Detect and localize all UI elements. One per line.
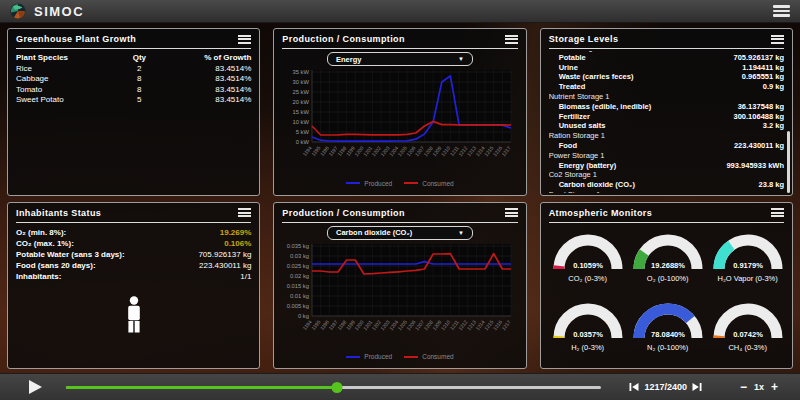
table-cell: Tomato bbox=[16, 85, 113, 96]
gauge-value: 0.1059% bbox=[573, 261, 603, 270]
svg-text:0.01 kg: 0.01 kg bbox=[289, 293, 308, 299]
gauge-grid: 0.1059%CO₂ (0-3%)19.2688%O₂ (0-100%)0.91… bbox=[549, 225, 784, 367]
panel-menu-icon[interactable] bbox=[505, 208, 518, 217]
legend-item: Produced bbox=[346, 180, 392, 187]
gauge-arc: 19.2688% bbox=[631, 229, 705, 273]
storage-group-header: Power Storage 1 bbox=[549, 151, 784, 161]
table-row: Cabbage883.4514% bbox=[16, 74, 251, 85]
storage-group-header: Co2 Storage 1 bbox=[549, 170, 784, 180]
panel-menu-icon[interactable] bbox=[505, 35, 518, 44]
gauge-ch₄: 0.0742%CH₄ (0-3%) bbox=[711, 298, 785, 366]
panel-menu-icon[interactable] bbox=[238, 208, 251, 217]
storage-list[interactable]: Water Storage 1Potable705.926137 kgUrine… bbox=[549, 51, 784, 193]
gauge-h₂o: 0.9179%H₂O Vapor (0-3%) bbox=[711, 229, 785, 297]
svg-text:15 kW: 15 kW bbox=[292, 109, 309, 115]
play-button[interactable] bbox=[26, 379, 44, 395]
svg-text:0.025 kg: 0.025 kg bbox=[286, 263, 308, 269]
x-axis-label: 1217 bbox=[500, 318, 512, 331]
panel-menu-icon[interactable] bbox=[238, 35, 251, 44]
gauge-arc: 78.0840% bbox=[631, 298, 705, 342]
status-row: Potable Water (sans 3 days):705.926137 k… bbox=[16, 249, 251, 260]
svg-text:0.015 kg: 0.015 kg bbox=[286, 283, 308, 289]
gauge-label: O₂ (0-100%) bbox=[647, 274, 689, 283]
panel-title: Atmospheric Monitors bbox=[549, 208, 653, 218]
legend-label: Produced bbox=[364, 180, 392, 187]
gauge-label: CO₂ (0-3%) bbox=[568, 274, 607, 283]
legend-swatch bbox=[346, 356, 360, 358]
table-cell: 83.4514% bbox=[165, 64, 251, 75]
step-counter: 1217/2400 bbox=[644, 382, 687, 392]
storage-item-row: Fertilizer300.106488 kg bbox=[549, 112, 784, 122]
gauge-arc: 0.1059% bbox=[551, 229, 625, 273]
dropdown-selected-value: Carbon dioxide (CO₂) bbox=[336, 228, 458, 237]
skip-to-end-button[interactable] bbox=[692, 382, 702, 392]
panel-greenhouse-plant-growth: Greenhouse Plant Growth Plant SpeciesQty… bbox=[7, 28, 260, 196]
speed-decrease-button[interactable]: − bbox=[740, 382, 747, 392]
storage-item-row: Urine1.194411 kg bbox=[549, 63, 784, 73]
legend-label: Consumed bbox=[422, 180, 453, 187]
legend-item: Consumed bbox=[404, 353, 453, 360]
storage-item-name: Unused salts bbox=[549, 121, 606, 131]
storage-item-value: 300.106488 kg bbox=[734, 112, 784, 122]
storage-item-name: Urine bbox=[549, 63, 578, 73]
table-cell: 2 bbox=[113, 64, 165, 75]
table-row: Rice283.4514% bbox=[16, 64, 251, 75]
gauge-label: CH₄ (0-3%) bbox=[728, 343, 766, 352]
speed-increase-button[interactable]: + bbox=[771, 382, 778, 392]
storage-item-value: 705.926137 kg bbox=[734, 53, 784, 63]
storage-item-name: Waste (carries feces) bbox=[549, 72, 634, 82]
gauge-value: 78.0840% bbox=[651, 330, 685, 339]
storage-item-value: 23.8 kg bbox=[759, 180, 784, 190]
panel-menu-icon[interactable] bbox=[771, 208, 784, 217]
gauge-arc: 0.0742% bbox=[711, 298, 785, 342]
svg-text:0.005 kg: 0.005 kg bbox=[286, 303, 308, 309]
gauge-h₂: 0.0357%H₂ (0-3%) bbox=[551, 298, 625, 366]
svg-text:0 kg: 0 kg bbox=[298, 313, 309, 319]
panel-production-consumption-co2: Production / Consumption Carbon dioxide … bbox=[273, 202, 526, 370]
skip-to-start-button[interactable] bbox=[629, 382, 639, 392]
app-title: SIMOC bbox=[34, 4, 84, 19]
storage-item-value: 993.945933 kWh bbox=[726, 161, 784, 171]
svg-text:0.035 kg: 0.035 kg bbox=[286, 243, 308, 249]
legend-label: Consumed bbox=[422, 353, 453, 360]
status-row: O₂ (min. 8%):19.269% bbox=[16, 227, 251, 238]
table-cell: 83.4514% bbox=[165, 95, 251, 106]
chart-legend: ProducedConsumed bbox=[346, 178, 453, 188]
column-header: % of Growth bbox=[165, 53, 251, 64]
gauge-value: 0.9179% bbox=[733, 261, 763, 270]
chevron-down-icon: ▼ bbox=[458, 56, 464, 62]
slider-thumb[interactable] bbox=[332, 382, 343, 393]
plant-growth-table: Plant SpeciesQty% of GrowthRice283.4514%… bbox=[16, 53, 251, 106]
storage-item-name: Fertilizer bbox=[549, 112, 590, 122]
storage-group-header: Ration Storage 1 bbox=[549, 131, 784, 141]
panel-title: Storage Levels bbox=[549, 34, 619, 44]
energy-currency-dropdown[interactable]: Energy ▼ bbox=[327, 52, 473, 66]
gauge-value: 0.0357% bbox=[573, 330, 603, 339]
status-label: Food (sans 20 days): bbox=[16, 260, 96, 271]
gauge-n₂: 78.0840%N₂ (0-100%) bbox=[631, 298, 705, 366]
panel-title: Production / Consumption bbox=[282, 208, 405, 218]
svg-text:30 kW: 30 kW bbox=[292, 79, 309, 85]
table-row: Tomato883.4514% bbox=[16, 85, 251, 96]
storage-item-name: Energy (battery) bbox=[549, 161, 617, 171]
storage-group-header: Nutrient Storage 1 bbox=[549, 92, 784, 102]
gauge-label: H₂ (0-3%) bbox=[571, 343, 604, 352]
status-value: 223.430011 kg bbox=[199, 260, 251, 271]
timeline-slider[interactable] bbox=[66, 381, 601, 393]
panel-atmospheric-monitors: Atmospheric Monitors 0.1059%CO₂ (0-3%)19… bbox=[540, 202, 793, 370]
main-menu-button[interactable] bbox=[773, 5, 790, 17]
co2-currency-dropdown[interactable]: Carbon dioxide (CO₂) ▼ bbox=[327, 226, 473, 240]
panel-storage-levels: Storage Levels Water Storage 1Potable705… bbox=[540, 28, 793, 196]
gauge-value: 0.0742% bbox=[733, 330, 763, 339]
legend-label: Produced bbox=[364, 353, 392, 360]
status-row: Food (sans 20 days):223.430011 kg bbox=[16, 260, 251, 271]
svg-text:5 kW: 5 kW bbox=[295, 129, 309, 135]
storage-item-value: 223.430011 kg bbox=[734, 141, 784, 151]
storage-group-header: Food Storage 1 bbox=[549, 190, 784, 193]
status-label: CO₂ (max. 1%): bbox=[16, 238, 74, 249]
table-cell: Cabbage bbox=[16, 74, 113, 85]
table-cell: Sweet Potato bbox=[16, 95, 113, 106]
panel-menu-icon[interactable] bbox=[771, 35, 784, 44]
scrollbar-thumb[interactable] bbox=[787, 131, 790, 193]
simoc-logo-icon bbox=[10, 3, 26, 19]
